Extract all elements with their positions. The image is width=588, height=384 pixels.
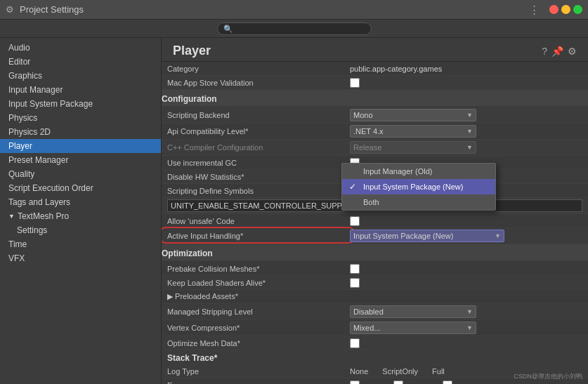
keep-shaders-label: Keep Loaded Shaders Alive*: [167, 279, 350, 287]
dropdown-arrow-3: ▼: [466, 144, 473, 151]
incremental-gc-label: Use incremental GC: [167, 159, 350, 167]
dropdown-arrow-6: ▼: [466, 324, 473, 331]
api-compat-value: .NET 4.x ▼: [350, 125, 582, 138]
sidebar-item-script-execution-order[interactable]: Script Execution Order: [0, 181, 161, 195]
optimize-mesh-value: [350, 338, 582, 348]
configuration-section: Configuration: [162, 90, 588, 106]
sidebar-item-graphics[interactable]: Graphics: [0, 69, 161, 83]
unsafe-code-value: [350, 216, 582, 226]
sidebar-item-textmesh-pro[interactable]: ▼ TextMesh Pro: [0, 209, 161, 223]
stack-trace-label: Stack Trace*: [167, 353, 217, 363]
error-checkboxes: [350, 380, 582, 385]
vertex-compression-row: Vertex Compression* Mixed... ▼: [162, 320, 588, 336]
api-compat-label: Api Compatibility Level*: [167, 127, 350, 135]
cpp-compiler-dropdown[interactable]: Release ▼: [350, 141, 476, 154]
content-header: Player ? 📌 ⚙: [162, 38, 588, 62]
optimize-mesh-checkbox[interactable]: [350, 338, 360, 348]
content-area: Player ? 📌 ⚙ Category public.app-categor…: [162, 38, 588, 384]
dropdown-arrow-5: ▼: [466, 308, 473, 315]
sidebar-item-time[interactable]: Time: [0, 237, 161, 251]
active-input-value: Input System Package (New) ▼: [350, 230, 582, 242]
stack-trace-section: Stack Trace*: [162, 350, 588, 364]
category-value: public.app-category.games: [350, 65, 582, 73]
header-icons: ? 📌 ⚙: [542, 46, 577, 57]
unsafe-code-row: Allow 'unsafe' Code: [162, 214, 588, 228]
category-label: Category: [167, 65, 350, 73]
sidebar-item-player[interactable]: Player: [0, 139, 161, 153]
sidebar-item-vfx[interactable]: VFX: [0, 251, 161, 265]
sidebar-item-input-system-package[interactable]: Input System Package: [0, 97, 161, 111]
cpp-compiler-value: Release ▼: [350, 141, 582, 154]
optimization-section: Optimization: [162, 244, 588, 260]
stack-columns: None ScriptOnly Full: [350, 367, 582, 376]
maximize-button[interactable]: [573, 5, 582, 14]
managed-stripping-label: Managed Stripping Level: [167, 307, 350, 316]
category-text: public.app-category.games: [350, 65, 442, 73]
dropdown-option-both[interactable]: Both: [342, 194, 495, 210]
optimize-mesh-row: Optimize Mesh Data*: [162, 336, 588, 350]
sidebar-item-quality[interactable]: Quality: [0, 167, 161, 181]
scripting-backend-row: Scripting Backend Mono ▼: [162, 107, 588, 124]
close-button[interactable]: [549, 5, 558, 14]
col-none: None: [350, 367, 368, 376]
title-bar: ⚙ Project Settings ⋮: [0, 0, 588, 20]
expand-icon: ▼: [8, 213, 15, 220]
preloaded-row: ▶ Preloaded Assets*: [162, 290, 588, 304]
dropdown-option-input-system[interactable]: ✓ Input System Package (New): [342, 179, 495, 194]
dropdown-arrow-2: ▼: [466, 128, 473, 135]
cpp-compiler-label: C++ Compiler Configuration: [167, 143, 350, 152]
sidebar-item-editor[interactable]: Editor: [0, 55, 161, 69]
search-input[interactable]: [217, 22, 372, 35]
main-layout: Audio Editor Graphics Input Manager Inpu…: [0, 38, 588, 384]
error-full-checkbox[interactable]: [443, 380, 452, 385]
active-input-row: Active Input Handling* Input System Pack…: [162, 228, 588, 244]
menu-icon[interactable]: ⋮: [529, 4, 540, 16]
scripting-backend-label: Scripting Backend: [167, 111, 350, 119]
disable-hw-label: Disable HW Statistics*: [167, 173, 350, 181]
keep-shaders-row: Keep Loaded Shaders Alive*: [162, 276, 588, 290]
pin-icon[interactable]: 📌: [551, 46, 563, 57]
unsafe-code-label: Allow 'unsafe' Code: [167, 217, 350, 225]
vertex-compression-value: Mixed... ▼: [350, 322, 582, 334]
dropdown-arrow-4: ▼: [495, 232, 501, 239]
api-compat-row: Api Compatibility Level* .NET 4.x ▼: [162, 124, 588, 140]
dropdown-option-input-manager[interactable]: Input Manager (Old): [342, 164, 495, 179]
error-label: Error: [167, 381, 350, 385]
sidebar-item-physics[interactable]: Physics: [0, 111, 161, 125]
vertex-compression-dropdown[interactable]: Mixed... ▼: [350, 322, 476, 334]
sidebar-item-tags-and-layers[interactable]: Tags and Layers: [0, 195, 161, 209]
error-none-checkbox[interactable]: [350, 380, 360, 385]
sidebar-item-preset-manager[interactable]: Preset Manager: [0, 153, 161, 167]
stack-trace-cols: Log Type None ScriptOnly Full: [162, 364, 588, 378]
checkmark-2: ✓: [349, 182, 359, 192]
settings-icon[interactable]: ⚙: [568, 46, 577, 57]
dropdown-popup: Input Manager (Old) ✓ Input System Packa…: [341, 163, 496, 211]
unsafe-code-checkbox[interactable]: [350, 216, 360, 226]
prebake-checkbox[interactable]: [350, 264, 360, 274]
sidebar-item-physics-2d[interactable]: Physics 2D: [0, 125, 161, 139]
active-input-dropdown[interactable]: Input System Package (New) ▼: [350, 230, 504, 242]
sidebar-item-settings[interactable]: Settings: [0, 223, 161, 237]
optimize-mesh-label: Optimize Mesh Data*: [167, 339, 350, 347]
help-icon[interactable]: ?: [542, 46, 547, 57]
prebake-label: Prebake Collision Meshes*: [167, 265, 350, 273]
scripting-backend-dropdown[interactable]: Mono ▼: [350, 109, 476, 121]
mac-validation-checkbox[interactable]: [350, 78, 360, 88]
sidebar-item-input-manager[interactable]: Input Manager: [0, 83, 161, 97]
scripting-define-label: Scripting Define Symbols: [167, 187, 350, 195]
col-scriptonly: ScriptOnly: [382, 367, 418, 376]
keep-shaders-checkbox[interactable]: [350, 278, 360, 288]
minimize-button[interactable]: [561, 5, 570, 14]
sidebar-item-audio[interactable]: Audio: [0, 41, 161, 55]
error-row: Error: [162, 378, 588, 384]
category-row: Category public.app-category.games: [162, 62, 588, 76]
vertex-compression-label: Vertex Compression*: [167, 324, 350, 332]
mac-validation-label: Mac App Store Validation: [167, 79, 350, 87]
api-compat-dropdown[interactable]: .NET 4.x ▼: [350, 125, 476, 138]
error-scriptonly-checkbox[interactable]: [393, 380, 403, 385]
keep-shaders-value: [350, 278, 582, 288]
dropdown-arrow: ▼: [466, 112, 473, 119]
managed-stripping-value: Disabled ▼: [350, 305, 582, 318]
managed-stripping-dropdown[interactable]: Disabled ▼: [350, 305, 476, 318]
prebake-value: [350, 264, 582, 274]
